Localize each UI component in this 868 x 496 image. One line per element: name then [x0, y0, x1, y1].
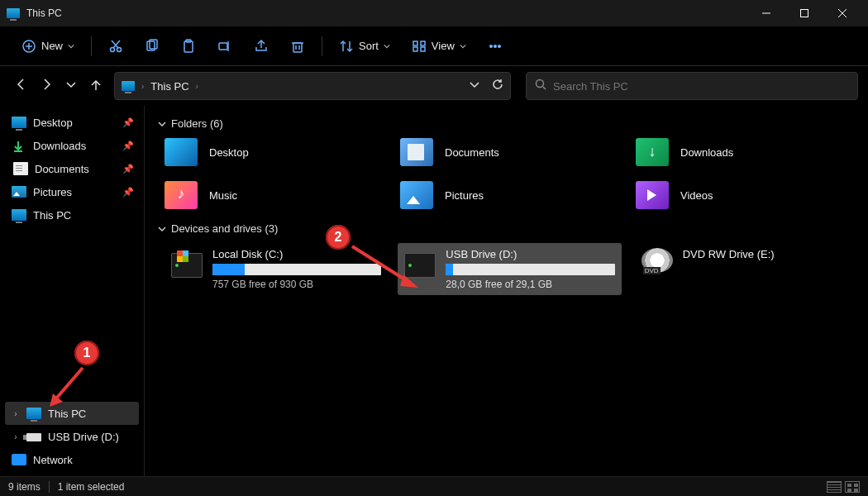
status-bar: 9 items 1 item selected: [0, 476, 868, 496]
picture-icon: [12, 186, 26, 198]
sidebar-item-label: Pictures: [33, 186, 72, 198]
new-button[interactable]: New: [13, 33, 83, 60]
document-icon: [13, 162, 28, 175]
breadcrumb-root[interactable]: This PC: [150, 80, 188, 93]
ellipsis-icon: [488, 39, 503, 54]
delete-button[interactable]: [282, 33, 313, 60]
copy-icon: [145, 39, 160, 54]
rename-icon: [217, 39, 232, 54]
sort-button[interactable]: Sort: [331, 33, 398, 60]
rename-button[interactable]: [209, 33, 241, 60]
svg-line-32: [543, 87, 546, 89]
folder-pictures[interactable]: Pictures: [400, 181, 619, 209]
minimize-button[interactable]: [747, 0, 785, 26]
cut-icon: [108, 39, 123, 54]
breadcrumb-separator: ›: [141, 82, 144, 91]
pin-icon: 📌: [122, 117, 134, 128]
folder-documents[interactable]: Documents: [400, 138, 619, 166]
recent-button[interactable]: [64, 78, 78, 94]
svg-point-31: [537, 80, 544, 88]
main-pane: Desktop📌 Downloads📌 Documents📌 Pictures📌…: [0, 106, 868, 476]
refresh-button[interactable]: [492, 79, 503, 93]
folder-desktop[interactable]: Desktop: [165, 138, 384, 166]
pictures-folder-icon: [400, 181, 433, 209]
sort-icon: [339, 39, 354, 54]
sidebar-item-this-pc[interactable]: This PC: [5, 203, 139, 227]
folder-music[interactable]: Music: [165, 181, 384, 209]
svg-rect-13: [184, 41, 193, 52]
folders-section-header[interactable]: Folders (6): [158, 117, 855, 130]
back-button[interactable]: [15, 78, 28, 94]
folder-downloads[interactable]: Downloads: [636, 138, 855, 166]
sort-label: Sort: [359, 40, 379, 52]
drives-section-header[interactable]: Devices and drives (3): [158, 222, 855, 235]
close-button[interactable]: [823, 0, 861, 26]
share-icon: [254, 39, 269, 54]
chevron-down-icon: [460, 43, 466, 50]
monitor-icon: [12, 117, 26, 128]
more-button[interactable]: [479, 33, 511, 60]
plus-circle-icon: [21, 39, 36, 54]
search-input[interactable]: [553, 80, 849, 93]
maximize-button[interactable]: [785, 0, 823, 26]
expand-icon[interactable]: ›: [12, 432, 20, 441]
svg-line-35: [56, 368, 83, 398]
downloads-folder-icon: [636, 138, 669, 166]
sidebar-item-desktop[interactable]: Desktop📌: [5, 111, 139, 134]
desktop-folder-icon: [165, 138, 198, 166]
pin-icon: 📌: [122, 187, 134, 198]
details-view-button[interactable]: [827, 481, 842, 493]
status-item-count: 9 items: [8, 481, 41, 493]
music-folder-icon: [165, 181, 198, 209]
address-bar[interactable]: › This PC ›: [114, 72, 511, 100]
folders-header-label: Folders (6): [171, 117, 223, 130]
annotation-marker-1: 1: [74, 341, 99, 365]
paste-button[interactable]: [173, 33, 204, 60]
forward-button[interactable]: [40, 78, 53, 94]
videos-folder-icon: [636, 181, 669, 209]
toolbar-separator: [91, 36, 92, 56]
chevron-down-icon: [158, 225, 166, 233]
paste-icon: [181, 39, 196, 54]
sidebar-item-pictures[interactable]: Pictures📌: [5, 180, 139, 203]
status-separator: [49, 481, 50, 493]
drive-name: DVD RW Drive (E:): [683, 248, 848, 260]
this-pc-icon: [7, 8, 20, 18]
breadcrumb-separator: ›: [196, 82, 198, 91]
svg-rect-26: [421, 47, 425, 51]
tree-item-network[interactable]: Network: [5, 448, 139, 471]
drive-free-text: 28,0 GB free of 29,1 GB: [446, 279, 614, 290]
cut-button[interactable]: [100, 33, 131, 60]
sidebar-item-label: This PC: [33, 209, 71, 222]
sidebar-item-downloads[interactable]: Downloads📌: [5, 134, 139, 157]
folder-videos[interactable]: Videos: [636, 181, 855, 209]
search-box[interactable]: [526, 72, 858, 100]
title-bar: This PC: [0, 0, 868, 26]
pin-icon: 📌: [122, 141, 134, 151]
sidebar-item-label: Documents: [35, 163, 89, 175]
chevron-down-icon: [68, 43, 74, 50]
svg-rect-17: [293, 43, 302, 52]
copy-button[interactable]: [136, 33, 168, 60]
tiles-view-button[interactable]: [845, 481, 860, 493]
sidebar-item-documents[interactable]: Documents📌: [5, 157, 139, 180]
tree-item-usb-drive[interactable]: ›USB Drive (D:): [5, 425, 139, 448]
folder-label: Documents: [445, 146, 499, 159]
share-button[interactable]: [246, 33, 277, 60]
svg-point-28: [494, 45, 497, 47]
download-icon: [12, 140, 26, 151]
drive-usage-bar: [446, 264, 614, 275]
up-button[interactable]: [89, 78, 103, 94]
drive-item[interactable]: USB Drive (D:)28,0 GB free of 29,1 GB: [398, 243, 621, 295]
expand-icon[interactable]: ›: [12, 409, 20, 418]
toolbar: New Sort View: [0, 26, 868, 66]
network-icon: [12, 454, 26, 465]
history-dropdown[interactable]: [469, 79, 480, 93]
drives-header-label: Devices and drives (3): [171, 222, 278, 235]
new-label: New: [41, 40, 63, 52]
sidebar-item-label: Downloads: [33, 140, 86, 152]
view-button[interactable]: View: [403, 33, 475, 60]
drive-item[interactable]: DVD RW Drive (E:): [632, 243, 855, 295]
sidebar-item-label: Desktop: [33, 117, 73, 129]
pin-icon: 📌: [122, 164, 134, 174]
